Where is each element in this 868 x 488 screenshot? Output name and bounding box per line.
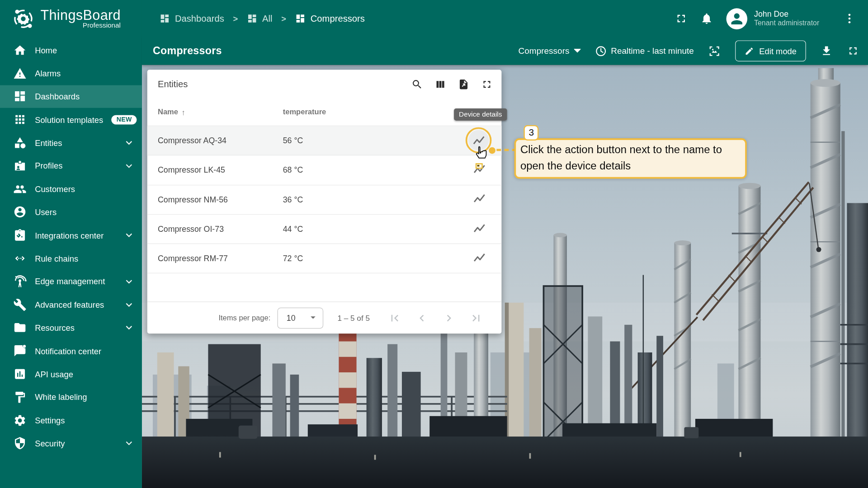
sidebar-item-home[interactable]: Home (0, 39, 142, 62)
table-row[interactable]: Compressor OI-7344 °C (147, 215, 502, 244)
chevron-down-icon (123, 160, 135, 172)
table-row[interactable]: Compressor LK-4568 °C (147, 155, 502, 185)
column-header-temperature[interactable]: temperature (283, 108, 326, 116)
sidebar-item-entities[interactable]: Entities (0, 131, 142, 154)
sidebar-item-white-labeling[interactable]: White labeling (0, 385, 142, 408)
sidebar-item-dashboards[interactable]: Dashboards (0, 85, 142, 108)
home-icon (13, 44, 26, 57)
paginator: Items per page: 10 1 – 5 of 5 (147, 301, 502, 333)
user-role: Tenant administrator (754, 19, 819, 28)
step-number-badge: 3 (524, 125, 539, 141)
toolbar-fullscreen-icon[interactable] (847, 45, 859, 57)
user-avatar[interactable] (726, 8, 748, 29)
entity-name-cell: Compressor OI-73 (158, 225, 283, 234)
chevron-down-icon (123, 276, 135, 288)
columns-icon[interactable] (434, 77, 447, 90)
device-details-action-button[interactable] (468, 218, 491, 240)
table-header: Name ↑ temperature (147, 99, 502, 126)
sidebar-menu: HomeAlarmsDashboardsSolution templatesNE… (0, 37, 142, 455)
chevron-down-icon (574, 49, 580, 53)
breadcrumb-separator: > (230, 14, 241, 23)
entity-temperature-cell: 56 °C (283, 136, 427, 145)
connector-dot (489, 147, 495, 154)
breadcrumb-dashboards[interactable]: Dashboards (160, 13, 224, 23)
sidebar-item-label: Customers (35, 184, 75, 194)
notification-icon (13, 344, 26, 357)
sidebar-item-solution-templates[interactable]: Solution templatesNEW (0, 108, 142, 131)
sidebar-item-customers[interactable]: Customers (0, 178, 142, 201)
table-row[interactable]: Compressor NM-5636 °C (147, 185, 502, 215)
solution-templates-icon (13, 113, 26, 126)
sidebar-item-label: Dashboards (35, 92, 80, 101)
connector-dashed-line (496, 149, 516, 151)
hand-cursor-icon (473, 145, 489, 164)
sidebar-item-advanced-features[interactable]: Advanced features (0, 293, 142, 316)
sidebar-item-security[interactable]: Security (0, 432, 142, 455)
sidebar-item-api-usage[interactable]: API usage (0, 362, 142, 385)
alarms-icon (13, 67, 26, 80)
breadcrumb-all[interactable]: All (247, 13, 273, 23)
breadcrumb-separator: > (278, 14, 289, 23)
next-page-button[interactable] (442, 311, 456, 325)
sidebar-item-label: API usage (35, 369, 73, 379)
dashboard-title: Compressors (153, 45, 222, 57)
more-menu-icon[interactable] (838, 8, 860, 30)
table-row[interactable]: Compressor AQ-3456 °C (147, 126, 502, 155)
security-icon (13, 437, 26, 450)
sidebar-item-label: Alarms (35, 69, 61, 78)
download-icon[interactable] (821, 45, 833, 57)
table-row[interactable]: Compressor RM-7772 °C (147, 244, 502, 273)
instruction-callout: Click the action button next to the name… (514, 138, 747, 178)
chevron-down-icon (123, 229, 135, 241)
entities-widget: Entities Name ↑ temperat (147, 70, 502, 333)
sidebar-item-label: Notification center (35, 346, 101, 356)
customers-icon (13, 183, 26, 196)
sidebar-item-integrations-center[interactable]: Integrations center (0, 224, 142, 247)
device-details-tooltip: Device details (454, 108, 507, 121)
previous-page-button[interactable] (415, 311, 429, 325)
device-details-action-button[interactable] (468, 248, 491, 270)
device-details-action-button[interactable] (468, 188, 491, 211)
sidebar-item-profiles[interactable]: Profiles (0, 155, 142, 178)
white-labeling-icon (13, 390, 26, 404)
notifications-bell-icon[interactable] (695, 8, 717, 30)
edge-icon (13, 275, 26, 288)
sidebar-item-notification-center[interactable]: Notification center (0, 339, 142, 362)
last-page-button[interactable] (469, 311, 483, 325)
widget-fullscreen-icon[interactable] (480, 77, 493, 90)
chevron-down-icon (123, 137, 135, 149)
entity-temperature-cell: 68 °C (283, 166, 427, 175)
sidebar-item-label: Resources (35, 323, 75, 333)
thingsboard-app: ThingsBoard Professional HomeAlarmsDashb… (0, 0, 868, 488)
breadcrumb-compressors[interactable]: Compressors (295, 13, 364, 23)
entity-name-cell: Compressor LK-45 (158, 166, 283, 175)
settings-icon (13, 413, 26, 427)
dashboard-state-select[interactable]: Compressors (519, 46, 580, 56)
edit-mode-button[interactable]: Edit mode (736, 40, 806, 61)
sidebar-item-resources[interactable]: Resources (0, 316, 142, 339)
items-per-page-select[interactable]: 10 (277, 307, 323, 328)
dashboard-image-icon[interactable] (708, 45, 721, 57)
sidebar-item-label: Advanced features (35, 300, 104, 310)
sidebar-item-alarms[interactable]: Alarms (0, 62, 142, 85)
topbar-actions: John Doe Tenant administrator (670, 8, 860, 30)
entity-temperature-cell: 72 °C (283, 254, 427, 263)
first-page-button[interactable] (387, 311, 402, 325)
user-info: John Doe Tenant administrator (754, 9, 819, 28)
entity-rows: Compressor AQ-3456 °CCompressor LK-4568 … (147, 126, 502, 274)
fullscreen-icon[interactable] (670, 8, 692, 30)
column-header-name[interactable]: Name ↑ (158, 108, 283, 117)
chevron-down-icon (123, 299, 135, 311)
sidebar-item-settings[interactable]: Settings (0, 409, 142, 432)
sidebar-item-users[interactable]: Users (0, 201, 142, 224)
dashboard-tile-icon (247, 13, 257, 23)
sidebar-item-label: Home (35, 46, 57, 55)
sidebar-item-label: Entities (35, 138, 62, 148)
sidebar-item-rule-chains[interactable]: Rule chains (0, 247, 142, 270)
search-icon[interactable] (410, 77, 423, 90)
dashboards-icon (13, 90, 26, 103)
brand-logo[interactable]: ThingsBoard Professional (0, 0, 142, 37)
sidebar-item-edge-management[interactable]: Edge management (0, 270, 142, 293)
timewindow-button[interactable]: Realtime - last minute (595, 45, 694, 57)
export-icon[interactable] (457, 77, 470, 90)
